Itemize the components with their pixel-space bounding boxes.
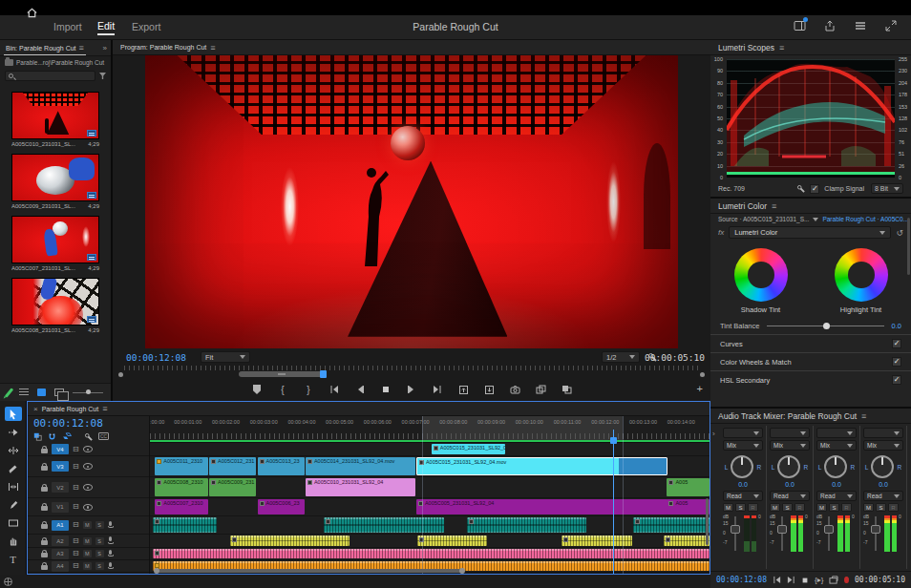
clip[interactable]: A005 — [667, 478, 710, 496]
clip-thumbnail[interactable] — [11, 278, 99, 326]
waveform-scope[interactable] — [727, 59, 895, 178]
lock-icon[interactable] — [41, 521, 48, 529]
comparison-view-button[interactable] — [534, 383, 547, 396]
sync-lock-icon[interactable]: ⊟ — [73, 537, 79, 545]
track-lane-V3[interactable]: A005C011_2310A005C012_231A005C013_23A005… — [150, 456, 710, 477]
pan-knob[interactable] — [824, 455, 847, 478]
lock-icon[interactable] — [41, 484, 48, 492]
snap-magnet-icon[interactable] — [48, 432, 56, 441]
solo-button[interactable]: S — [829, 503, 839, 512]
linked-selection-icon[interactable] — [62, 432, 73, 440]
home-button[interactable] — [21, 4, 42, 21]
panel-menu-icon[interactable]: ≡ — [779, 43, 784, 52]
panel-menu-icon[interactable]: ≡ — [79, 43, 84, 52]
sync-lock-icon[interactable]: ⊟ — [73, 521, 79, 529]
scopes-header[interactable]: Lumetri Scopes ≡ — [710, 40, 911, 55]
clip[interactable]: A005C011_2310 — [155, 457, 208, 475]
shadow-tint-wheel[interactable] — [734, 248, 788, 302]
clip[interactable]: A005C013_23 — [258, 457, 305, 475]
volume-fader[interactable] — [828, 516, 830, 551]
sync-lock-icon[interactable]: ⊟ — [73, 562, 79, 570]
playhead-handle[interactable] — [610, 437, 617, 444]
clip[interactable] — [153, 549, 710, 558]
chevron-down-icon[interactable] — [813, 218, 818, 221]
volume-fader[interactable] — [875, 516, 877, 551]
mute-button[interactable]: M — [83, 550, 92, 557]
list-view-icon[interactable] — [19, 388, 29, 396]
clip[interactable]: A005C014_231031_SL92_04.mov — [306, 457, 415, 475]
bin-tab[interactable]: Bin: Parable Rough Cut ≡ — [4, 40, 86, 55]
step-forward-button[interactable] — [405, 383, 418, 396]
pan-value[interactable]: 0.0 — [723, 481, 763, 491]
channel-mix-select[interactable]: Mix — [723, 440, 763, 451]
bit-depth-dropdown[interactable]: 8 Bit — [871, 183, 903, 194]
workspace-icon[interactable] — [793, 19, 806, 32]
tool-razor[interactable] — [5, 461, 22, 475]
extract-button[interactable] — [482, 383, 496, 396]
pan-value[interactable]: 0.0 — [863, 481, 903, 491]
voiceover-record-icon[interactable] — [108, 562, 114, 571]
mute-button[interactable]: M — [723, 503, 733, 512]
scope-settings-wrench-icon[interactable] — [796, 184, 805, 193]
automation-select[interactable]: Read — [770, 491, 810, 501]
sync-lock-icon[interactable]: ⊟ — [73, 503, 79, 511]
mute-button[interactable]: M — [83, 521, 92, 529]
automation-select[interactable]: Read — [723, 491, 763, 501]
fit-dropdown[interactable]: Fit — [201, 351, 250, 363]
clip[interactable]: A005C005_231031_SL92_04 — [416, 499, 667, 514]
lock-icon[interactable] — [41, 446, 48, 453]
clip[interactable]: A005 — [667, 499, 710, 514]
mark-out-button[interactable]: } — [302, 383, 315, 396]
sync-lock-icon[interactable]: ⊟ — [73, 463, 79, 471]
close-icon[interactable]: × — [33, 405, 38, 413]
clip[interactable] — [467, 517, 586, 533]
panel-menu-icon[interactable]: ≡ — [861, 411, 866, 421]
pan-value[interactable]: 0.0 — [770, 481, 810, 491]
clip[interactable] — [664, 536, 710, 546]
mute-button[interactable]: M — [770, 503, 780, 512]
mute-button[interactable]: M — [83, 562, 92, 570]
track-lane-A3[interactable] — [150, 548, 710, 560]
list-item[interactable]: A005C007_231031_SL...4;29 — [11, 216, 99, 271]
go-to-in-button[interactable] — [773, 575, 781, 585]
channel-input-select[interactable] — [723, 428, 763, 438]
clip-thumbnail[interactable] — [11, 92, 99, 139]
sequence-link[interactable]: Parable Rough Cut · A005C0... — [822, 216, 908, 222]
solo-button[interactable]: S — [735, 503, 746, 512]
curves-checkbox[interactable]: ✓ — [892, 339, 901, 348]
fullscreen-icon[interactable] — [884, 19, 898, 32]
lock-icon[interactable] — [41, 550, 48, 557]
record-arm-button[interactable]: R — [748, 503, 758, 512]
tint-balance-slider[interactable] — [767, 326, 883, 326]
panel-menu-icon[interactable]: ≡ — [102, 404, 107, 413]
go-to-out-button[interactable] — [431, 383, 444, 396]
program-video-frame[interactable] — [145, 55, 678, 348]
list-item[interactable]: A005C008_231031_SL...4;29 — [11, 278, 99, 333]
clip[interactable] — [230, 536, 350, 546]
multicam-view-button[interactable] — [560, 383, 573, 396]
timeline-playhead[interactable] — [613, 430, 614, 574]
solo-button[interactable]: S — [95, 562, 104, 570]
effect-dropdown[interactable]: Lumetri Color — [729, 226, 891, 239]
share-icon[interactable] — [823, 19, 837, 32]
voiceover-record-icon[interactable] — [108, 521, 114, 530]
automate-to-sequence-icon[interactable] — [54, 388, 64, 396]
track-lane-A1[interactable] — [150, 516, 710, 535]
stop-button[interactable] — [801, 575, 809, 585]
captions-icon[interactable]: CC — [98, 432, 109, 440]
track-header-A3[interactable]: A3⊟MS — [28, 548, 149, 560]
track-output-icon[interactable] — [83, 504, 93, 511]
scroll-handle[interactable] — [118, 372, 123, 377]
step-back-button[interactable] — [353, 383, 367, 396]
track-target-A1[interactable]: A1 — [52, 520, 69, 531]
lock-icon[interactable] — [41, 562, 48, 570]
track-lane-A2[interactable] — [150, 535, 710, 548]
clip[interactable] — [324, 517, 443, 533]
clip[interactable] — [417, 536, 487, 546]
clip[interactable]: A005C012_231 — [209, 457, 256, 475]
track-target-V4[interactable]: V4 — [52, 444, 69, 454]
volume-fader[interactable] — [734, 516, 736, 551]
search-input[interactable] — [5, 71, 95, 81]
clip[interactable]: A005C009_231 — [209, 478, 256, 496]
lock-icon[interactable] — [41, 463, 48, 471]
